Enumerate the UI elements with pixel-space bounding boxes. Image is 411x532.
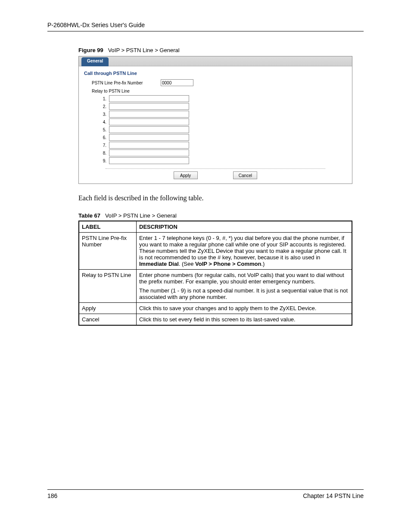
relay-list: 1.2.3.4.5.6.7.8.9. bbox=[100, 95, 347, 164]
tab-general[interactable]: General bbox=[81, 57, 109, 66]
table-row: Apply Click this to save your changes an… bbox=[79, 303, 352, 314]
page-number: 186 bbox=[47, 492, 57, 499]
text: . (See bbox=[179, 261, 195, 267]
relay-input[interactable] bbox=[109, 134, 189, 141]
relay-row-number: 3. bbox=[100, 112, 106, 117]
relay-row-number: 6. bbox=[100, 135, 106, 140]
page-footer: 186 Chapter 14 PSTN Line bbox=[47, 489, 364, 499]
prefix-input[interactable] bbox=[161, 79, 193, 86]
relay-input[interactable] bbox=[109, 142, 189, 149]
relay-row: 1. bbox=[100, 95, 347, 102]
relay-row-number: 5. bbox=[100, 128, 106, 132]
tab-bar: General bbox=[79, 56, 352, 66]
text: The number (1 - 9) is not a speed-dial n… bbox=[139, 287, 349, 300]
description-table: LABEL DESCRIPTION PSTN Line Pre-fix Numb… bbox=[78, 221, 352, 326]
text: Enter phone numbers (for regular calls, … bbox=[139, 272, 349, 285]
relay-row-number: 1. bbox=[100, 96, 106, 101]
cell-desc: Click this to save your changes and to a… bbox=[137, 303, 352, 314]
relay-input[interactable] bbox=[109, 149, 189, 156]
table-caption: Table 67 VoIP > PSTN Line > General bbox=[78, 212, 364, 219]
relay-row-number: 8. bbox=[100, 151, 106, 156]
relay-row: 5. bbox=[100, 126, 347, 133]
cancel-button[interactable]: Cancel bbox=[233, 171, 257, 179]
relay-input[interactable] bbox=[109, 126, 189, 133]
relay-input[interactable] bbox=[109, 118, 189, 125]
figure-path: VoIP > PSTN Line > General bbox=[108, 47, 180, 53]
intro-paragraph: Each field is described in the following… bbox=[78, 194, 364, 202]
text: .) bbox=[261, 261, 265, 267]
table-row: PSTN Line Pre-fix Number Enter 1 - 7 tel… bbox=[79, 233, 352, 270]
section-title: Call through PSTN Line bbox=[84, 71, 347, 76]
cell-label: Apply bbox=[79, 303, 137, 314]
cell-label: PSTN Line Pre-fix Number bbox=[79, 233, 137, 270]
relay-row-number: 9. bbox=[100, 159, 106, 163]
relay-row: 4. bbox=[100, 118, 347, 125]
table-row: Relay to PSTN Line Enter phone numbers (… bbox=[79, 270, 352, 303]
cell-desc: Enter 1 - 7 telephone keys (0 - 9, #, *)… bbox=[137, 233, 352, 270]
table-row: Cancel Click this to set every field in … bbox=[79, 314, 352, 326]
router-screenshot: General Call through PSTN Line PSTN Line… bbox=[78, 56, 352, 184]
cell-desc: Click this to set every field in this sc… bbox=[137, 314, 352, 326]
relay-input[interactable] bbox=[109, 103, 189, 110]
figure-label: Figure 99 bbox=[78, 47, 103, 53]
relay-row: 3. bbox=[100, 111, 347, 118]
doc-header: P-2608HWL-Dx Series User's Guide bbox=[47, 22, 364, 31]
separator bbox=[106, 168, 325, 169]
th-description: DESCRIPTION bbox=[137, 221, 352, 233]
chapter-label: Chapter 14 PSTN Line bbox=[303, 492, 364, 499]
relay-row-number: 2. bbox=[100, 104, 106, 109]
prefix-label: PSTN Line Pre-fix Number bbox=[92, 81, 161, 85]
bold-text: Immediate Dial bbox=[139, 261, 179, 267]
figure-caption: Figure 99 VoIP > PSTN Line > General bbox=[78, 47, 364, 53]
text: Click this to set every field in this sc… bbox=[139, 316, 349, 323]
relay-row-number: 4. bbox=[100, 120, 106, 124]
relay-row-number: 7. bbox=[100, 143, 106, 148]
apply-button[interactable]: Apply bbox=[174, 171, 198, 179]
relay-label: Relay to PSTN Line bbox=[92, 89, 347, 93]
text: Click this to save your changes and to a… bbox=[139, 305, 349, 311]
cell-desc: Enter phone numbers (for regular calls, … bbox=[137, 270, 352, 303]
text: Enter 1 - 7 telephone keys (0 - 9, #, *)… bbox=[139, 235, 346, 261]
relay-row: 6. bbox=[100, 134, 347, 141]
relay-input[interactable] bbox=[109, 111, 189, 118]
relay-input[interactable] bbox=[109, 157, 189, 164]
table-path: VoIP > PSTN Line > General bbox=[105, 212, 177, 219]
relay-row: 2. bbox=[100, 103, 347, 110]
th-label: LABEL bbox=[79, 221, 137, 233]
cell-label: Relay to PSTN Line bbox=[79, 270, 137, 303]
relay-row: 9. bbox=[100, 157, 347, 164]
relay-row: 7. bbox=[100, 142, 347, 149]
cell-label: Cancel bbox=[79, 314, 137, 326]
bold-text: VoIP > Phone > Common bbox=[195, 261, 261, 267]
relay-row: 8. bbox=[100, 149, 347, 156]
relay-input[interactable] bbox=[109, 95, 189, 102]
table-label: Table 67 bbox=[78, 212, 100, 219]
